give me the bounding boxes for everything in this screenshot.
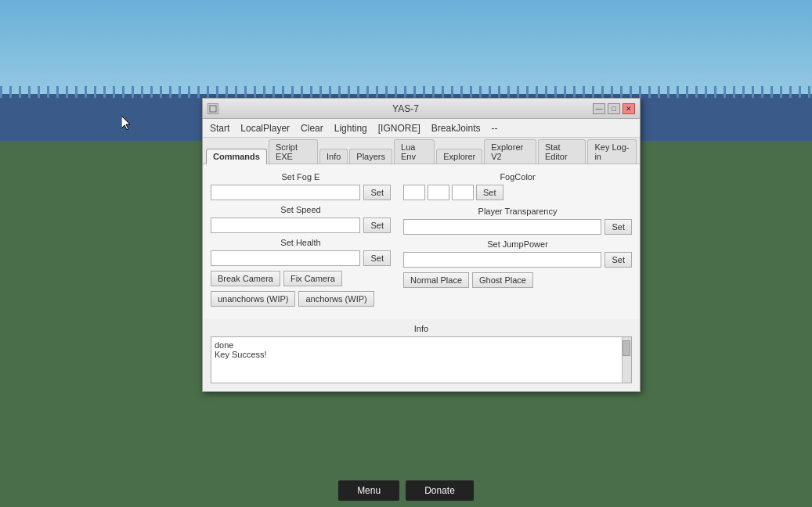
tab-stateditor[interactable]: Stat Editor (538, 139, 586, 164)
fog-color-r[interactable] (403, 185, 425, 200)
normal-place-button[interactable]: Normal Place (403, 272, 469, 288)
fog-color-b[interactable] (452, 185, 474, 200)
minimize-button[interactable]: — (593, 103, 605, 114)
tab-commands[interactable]: Commands (206, 149, 267, 164)
jumppower-row: Set (403, 252, 632, 268)
place-btn-row: Normal Place Ghost Place (403, 272, 632, 288)
transparency-input[interactable] (403, 219, 601, 235)
scrollbar-thumb[interactable] (623, 340, 630, 356)
window-controls: — □ ✕ (593, 103, 635, 114)
player-transparency-row: Set (403, 219, 632, 235)
menu-breakjoints[interactable]: BreakJoints (429, 122, 483, 135)
unanchorws-button[interactable]: unanchorws (WIP) (211, 291, 295, 307)
info-section: Info done Key Success! (203, 324, 640, 391)
menu-localplayer[interactable]: LocalPlayer (238, 122, 292, 135)
speed-set-button[interactable]: Set (363, 218, 391, 233)
info-content: done Key Success! (215, 340, 628, 359)
health-set-button[interactable]: Set (363, 250, 391, 266)
title-bar: YAS-7 — □ ✕ (203, 99, 640, 119)
info-line-1: done (215, 340, 617, 350)
tab-players[interactable]: Players (349, 149, 392, 164)
set-speed-row: Set (211, 218, 391, 233)
tab-info[interactable]: Info (319, 149, 348, 164)
menu-bar: Start LocalPlayer Clear Lighting [IGNORE… (203, 119, 640, 138)
speed-input[interactable] (211, 218, 360, 233)
tab-luaenv[interactable]: Lua Env (394, 139, 435, 164)
tab-explorer[interactable]: Explorer (436, 149, 482, 164)
menu-button[interactable]: Menu (338, 480, 399, 501)
tab-scriptexe[interactable]: Script EXE (269, 139, 318, 164)
left-panel: Set Fog E Set Set Speed Set Set Health S… (211, 172, 391, 311)
jumppower-set-button[interactable]: Set (604, 252, 632, 268)
menu-separator: -- (489, 122, 500, 135)
donate-button[interactable]: Donate (406, 480, 474, 501)
set-health-row: Set (211, 250, 391, 266)
ghost-place-button[interactable]: Ghost Place (472, 272, 533, 288)
fog-color-label: FogColor (403, 172, 632, 182)
fog-e-input[interactable] (211, 185, 360, 200)
fog-color-row: Set (403, 185, 632, 200)
fog-e-set-button[interactable]: Set (363, 185, 391, 200)
tab-keylogin[interactable]: Key Log-in (587, 139, 637, 164)
set-speed-label: Set Speed (211, 205, 391, 214)
set-fog-e-row: Set (211, 185, 391, 200)
fence (0, 86, 812, 98)
fix-camera-button[interactable]: Fix Camera (283, 271, 342, 286)
maximize-button[interactable]: □ (608, 103, 620, 114)
tab-explorerv2[interactable]: Explorer V2 (484, 139, 536, 164)
jumppower-input[interactable] (403, 252, 601, 268)
transparency-set-button[interactable]: Set (604, 219, 632, 235)
window-icon (208, 103, 218, 114)
anchor-btn-row: unanchorws (WIP) anchorws (WIP) (211, 291, 391, 307)
close-button[interactable]: ✕ (623, 103, 635, 114)
jumppower-label: Set JumpPower (403, 239, 632, 249)
player-transparency-label: Player Transparency (403, 207, 632, 216)
menu-start[interactable]: Start (208, 122, 232, 135)
menu-lighting[interactable]: Lighting (332, 122, 370, 135)
fog-color-g[interactable] (428, 185, 449, 200)
info-scrollbar[interactable] (622, 337, 631, 383)
info-box: done Key Success! (211, 336, 632, 383)
menu-ignore[interactable]: [IGNORE] (376, 122, 423, 135)
info-section-label: Info (211, 324, 632, 333)
menu-clear[interactable]: Clear (298, 122, 326, 135)
bottom-bar: Menu Donate (0, 474, 812, 507)
svg-rect-1 (210, 106, 216, 112)
set-fog-e-label: Set Fog E (211, 172, 391, 182)
right-panel: FogColor Set Player Transparency Set Set… (403, 172, 632, 311)
info-line-2: Key Success! (215, 350, 617, 359)
anchorws-button[interactable]: anchorws (WIP) (298, 291, 374, 307)
camera-btn-row: Break Camera Fix Camera (211, 271, 391, 286)
break-camera-button[interactable]: Break Camera (211, 271, 280, 286)
set-health-label: Set Health (211, 238, 391, 247)
tab-bar: Commands Script EXE Info Players Lua Env… (203, 138, 640, 164)
window-title: YAS-7 (218, 103, 593, 114)
health-input[interactable] (211, 250, 360, 266)
tab-content: Set Fog E Set Set Speed Set Set Health S… (203, 164, 640, 319)
fog-color-set-button[interactable]: Set (476, 185, 503, 200)
main-window: YAS-7 — □ ✕ Start LocalPlayer Clear Ligh… (202, 98, 641, 392)
